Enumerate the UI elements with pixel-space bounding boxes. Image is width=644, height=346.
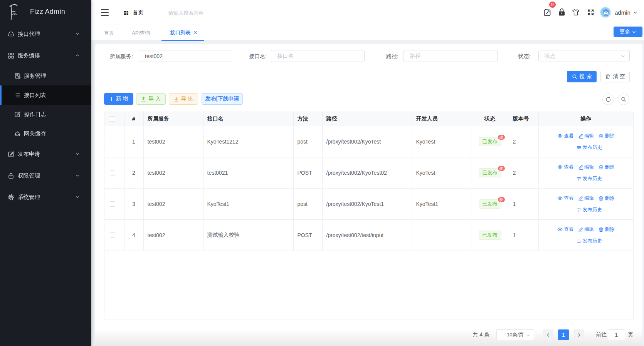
svg-text:</>: </> (12, 12, 17, 16)
